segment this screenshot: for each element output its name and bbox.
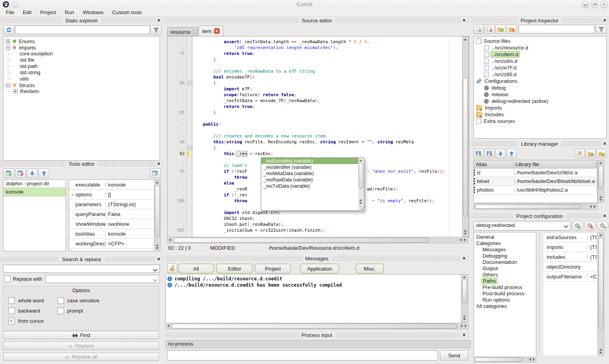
source-editor-close-icon[interactable]: × bbox=[461, 17, 467, 23]
library-row[interactable]: iz/home/basile/Dev/Iz/lib/iz.a/ho bbox=[474, 168, 597, 177]
search-option-prompt[interactable]: prompt bbox=[57, 307, 159, 314]
config-property-row[interactable]: imports(TStringList) bbox=[543, 242, 597, 252]
checkbox[interactable] bbox=[57, 307, 64, 314]
process-input-field[interactable] bbox=[167, 350, 438, 360]
replace-button[interactable]: ab Replace bbox=[3, 342, 159, 350]
config-category-row[interactable]: Output bbox=[474, 265, 536, 272]
messages-vscrollbar[interactable] bbox=[461, 274, 468, 322]
add-source-button[interactable] bbox=[473, 24, 484, 34]
config-hscrollbar[interactable] bbox=[473, 357, 536, 362]
message-row[interactable]: i/.../build/resource.d.coedit has been s… bbox=[166, 282, 461, 288]
tab-resource-close-icon[interactable]: ✕ bbox=[193, 29, 198, 34]
message-row[interactable]: icompiling /.../build/resource.d.coedit bbox=[166, 276, 461, 282]
config-property-row[interactable]: extraSources(TStringList) bbox=[543, 232, 597, 242]
checkbox[interactable] bbox=[8, 297, 15, 304]
messages-hscrollbar[interactable] bbox=[165, 323, 469, 329]
move-tool-down-button[interactable] bbox=[27, 168, 38, 178]
inspector-filter-button[interactable] bbox=[596, 24, 607, 34]
symbol-category-row[interactable]: Imports bbox=[4, 44, 160, 51]
property-value[interactable]: (TStringList) bbox=[105, 201, 152, 207]
library-row[interactable]: bitset/home/basile/Dev/Bitset/lib/bitset… bbox=[474, 177, 597, 186]
config-property-row[interactable]: includes(TStringList) bbox=[543, 252, 597, 262]
edit-tool-button[interactable] bbox=[150, 168, 161, 178]
find-button[interactable]: Find bbox=[3, 331, 159, 339]
inspector-filter-input[interactable] bbox=[519, 25, 595, 33]
config-category-row[interactable]: General bbox=[474, 234, 536, 240]
symbol-filter-button[interactable] bbox=[150, 25, 161, 35]
property-row[interactable]: ›options[] bbox=[69, 190, 154, 199]
search-option-whole-word[interactable]: whole word bbox=[8, 297, 57, 304]
move-tool-up-button[interactable] bbox=[39, 168, 50, 178]
config-category-row[interactable]: Documentation bbox=[474, 259, 536, 265]
expand-icon[interactable] bbox=[13, 89, 18, 93]
maximize-button[interactable] bbox=[591, 1, 598, 8]
tool-grid-scrollbar[interactable] bbox=[154, 179, 161, 251]
config-category-row[interactable]: Debugging bbox=[474, 253, 536, 259]
add-folder-button[interactable] bbox=[495, 24, 506, 34]
menu-windows[interactable]: Windows bbox=[79, 9, 108, 16]
tool-list-item[interactable]: konsole bbox=[4, 188, 66, 196]
config-property-value[interactable]: (TStringList) bbox=[587, 234, 597, 240]
library-column-header[interactable]: Alias bbox=[474, 161, 513, 167]
config-category-row[interactable]: Paths bbox=[474, 278, 536, 284]
project-configuration-close-icon[interactable]: × bbox=[602, 213, 608, 219]
property-row[interactable]: workingDirectory<CFP> bbox=[69, 239, 154, 249]
remove-configuration-button[interactable] bbox=[584, 221, 596, 231]
property-value[interactable]: swoNone bbox=[105, 221, 152, 227]
tab-item[interactable]: item ✕ bbox=[198, 26, 223, 36]
property-value[interactable]: <CFP> bbox=[105, 241, 152, 247]
menu-run[interactable]: Run bbox=[61, 9, 79, 16]
config-category-row[interactable]: Messages bbox=[474, 247, 536, 253]
add-configuration-button[interactable] bbox=[572, 221, 583, 231]
search-term-combo[interactable] bbox=[3, 265, 160, 273]
symbol-item-row[interactable]: core.exception bbox=[4, 51, 160, 57]
add-library-button[interactable] bbox=[473, 149, 484, 158]
minimize-button[interactable] bbox=[581, 1, 589, 8]
checkbox-checked[interactable]: ✓ bbox=[8, 318, 15, 324]
property-value[interactable]: konsole bbox=[105, 231, 152, 237]
replace-with-checkbox[interactable] bbox=[4, 276, 11, 282]
config-category-row[interactable]: Categories bbox=[474, 240, 536, 247]
symbol-item-row[interactable]: ResItem bbox=[4, 88, 160, 95]
add-tool-button[interactable] bbox=[3, 168, 14, 178]
tools-editor-close-icon[interactable]: × bbox=[156, 161, 162, 166]
filter-misc[interactable]: Misc. bbox=[356, 263, 384, 274]
project-tree-row[interactable]: Configurations bbox=[474, 78, 606, 84]
symbol-search-input[interactable] bbox=[15, 26, 150, 34]
remove-library-button[interactable] bbox=[484, 149, 495, 158]
config-category-row[interactable]: Run options bbox=[474, 297, 536, 303]
move-library-up-button[interactable] bbox=[506, 149, 517, 158]
remove-folder-button[interactable] bbox=[506, 24, 517, 34]
edit-library-button[interactable] bbox=[574, 149, 585, 158]
menu-file[interactable]: File bbox=[2, 9, 18, 16]
property-expander[interactable]: › bbox=[69, 192, 75, 198]
editor-hscrollbar[interactable] bbox=[167, 237, 468, 243]
refresh-button[interactable] bbox=[3, 25, 14, 35]
project-inspector-close-icon[interactable]: × bbox=[602, 17, 608, 23]
completion-item[interactable]: _resIdentifier (variable) bbox=[261, 164, 359, 170]
completion-item[interactable]: _resRawData (variable) bbox=[261, 177, 359, 183]
project-tree-row[interactable]: ../src/utils.d bbox=[474, 58, 606, 64]
property-row[interactable]: parameters(TStringList) bbox=[69, 199, 154, 209]
completion-item[interactable]: _resMetaData (variable) bbox=[261, 170, 359, 177]
move-library-down-button[interactable] bbox=[495, 149, 506, 158]
filter-all[interactable]: All bbox=[178, 263, 214, 274]
code-editor[interactable]: ..75....80....85....90.92..95....100....… bbox=[167, 36, 469, 237]
project-tree-row[interactable]: release bbox=[474, 91, 606, 98]
filter-project[interactable]: Project bbox=[255, 263, 291, 274]
completion-item[interactable]: _resEncoding (variable) bbox=[261, 158, 359, 164]
filter-editor[interactable]: Editor bbox=[216, 263, 253, 274]
property-row[interactable]: toolAliaskonsole bbox=[69, 229, 154, 239]
config-category-row[interactable]: Others bbox=[474, 272, 536, 278]
completion-item[interactable]: _resTxtData (variable) bbox=[261, 183, 359, 189]
filter-application[interactable]: Application bbox=[300, 263, 339, 274]
property-value[interactable]: konsole bbox=[105, 182, 152, 188]
menu-edit[interactable]: Edit bbox=[18, 9, 36, 16]
search-replace-close-icon[interactable]: × bbox=[156, 256, 162, 262]
configuration-select[interactable]: debug-redirected bbox=[473, 221, 571, 230]
library-hscrollbar[interactable] bbox=[473, 203, 598, 210]
library-vscrollbar[interactable] bbox=[598, 160, 604, 203]
config-property-value[interactable]: <C bbox=[587, 274, 597, 280]
project-tree-row[interactable]: ../src/z85.d bbox=[474, 71, 606, 78]
fold-marker-icon[interactable] bbox=[188, 81, 192, 85]
